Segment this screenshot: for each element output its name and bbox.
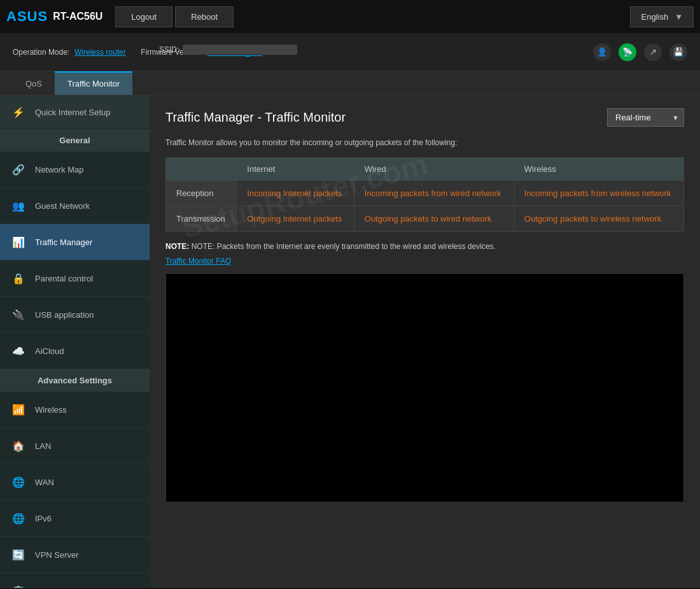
transmission-wired-link[interactable]: Outgoing packets to wired network	[365, 214, 491, 224]
sidebar-item-network-map[interactable]: 🔗 Network Map	[0, 152, 150, 188]
row-label-reception: Reception	[166, 181, 237, 206]
tab-qos[interactable]: QoS	[13, 71, 55, 95]
faq-link[interactable]: Traffic Monitor FAQ	[165, 257, 231, 266]
ipv6-icon: 🌐	[10, 509, 27, 527]
reception-wireless-link[interactable]: Incoming packets from wireless network	[524, 188, 671, 198]
usb-application-label: USB application	[35, 310, 94, 320]
transmission-wireless-link[interactable]: Outgoing packets to wireless network	[524, 214, 661, 224]
cell-reception-wired[interactable]: Incoming packets from wired network	[354, 181, 514, 206]
traffic-manager-icon: 📊	[10, 233, 27, 251]
cell-reception-internet[interactable]: Incoming Internet packets	[237, 181, 354, 206]
sidebar-item-wireless[interactable]: 📶 Wireless	[0, 392, 150, 428]
guest-network-icon: 👥	[10, 197, 27, 215]
sidebar-item-wan[interactable]: 🌐 WAN	[0, 464, 150, 500]
col-header-wireless: Wireless	[514, 158, 683, 181]
cell-transmission-wired[interactable]: Outgoing packets to wired network	[354, 206, 514, 232]
ssid-label: SSID:	[159, 45, 179, 54]
wireless-label: Wireless	[35, 405, 67, 415]
row-label-transmission: Transmission	[166, 206, 237, 232]
wan-icon: 🌐	[10, 473, 27, 491]
aicloud-icon: ☁️	[10, 342, 27, 360]
cell-transmission-internet[interactable]: Outgoing Internet packets	[237, 206, 354, 232]
logo: ASUS RT-AC56U	[6, 8, 102, 25]
sidebar-item-vpn-server[interactable]: 🔄 VPN Server	[0, 537, 150, 573]
transmission-internet-link[interactable]: Outgoing Internet packets	[247, 214, 342, 224]
quick-setup-icon: ⚡	[10, 103, 27, 121]
sidebar-item-usb-application[interactable]: 🔌 USB application	[0, 297, 150, 333]
reception-wired-link[interactable]: Incoming packets from wired network	[365, 188, 501, 198]
col-header-empty	[166, 158, 237, 181]
share-icon[interactable]: ↗	[644, 43, 662, 61]
sidebar-item-guest-network[interactable]: 👥 Guest Network	[0, 188, 150, 224]
lan-icon: 🏠	[10, 437, 27, 455]
quick-setup-label: Quick Internet Setup	[35, 108, 111, 117]
aicloud-label: AiCloud	[35, 346, 64, 356]
general-section-header: General	[0, 129, 150, 152]
logout-button[interactable]: Logout	[115, 6, 172, 27]
table-row-transmission: Transmission Outgoing Internet packets O…	[166, 206, 684, 232]
note-text: NOTE: NOTE: Packets from the Internet ar…	[165, 242, 684, 251]
vpn-icon: 🔄	[10, 546, 27, 564]
tab-traffic-monitor[interactable]: Traffic Monitor	[55, 71, 132, 95]
description-text: Traffic Monitor allows you to monitor th…	[165, 138, 684, 147]
parental-control-icon: 🔒	[10, 269, 27, 287]
traffic-table: Internet Wired Wireless Reception Incomi…	[165, 157, 684, 232]
table-row-reception: Reception Incoming Internet packets Inco…	[166, 181, 684, 206]
traffic-manager-label: Traffic Manager	[35, 238, 92, 247]
guest-network-label: Guest Network	[35, 201, 90, 211]
sidebar-item-quick-setup[interactable]: ⚡ Quick Internet Setup	[0, 96, 150, 129]
firewall-label: Firewall	[35, 586, 64, 588]
wan-label: WAN	[35, 478, 54, 487]
parental-control-label: Parental control	[35, 274, 93, 283]
usb-icon: 🔌	[10, 306, 27, 323]
advanced-section-header: Advanced Settings	[0, 369, 150, 392]
model-name: RT-AC56U	[53, 11, 102, 22]
save-icon[interactable]: 💾	[669, 43, 687, 61]
sidebar-item-parental-control[interactable]: 🔒 Parental control	[0, 260, 150, 297]
firewall-icon: 🛡️	[10, 582, 27, 588]
cell-transmission-wireless[interactable]: Outgoing packets to wireless network	[514, 206, 683, 232]
col-header-internet: Internet	[237, 158, 354, 181]
wireless-icon: 📶	[10, 401, 27, 418]
lan-label: LAN	[35, 441, 51, 451]
network-map-icon: 🔗	[10, 160, 27, 178]
router-icon[interactable]: 📡	[619, 43, 636, 61]
network-map-label: Network Map	[35, 165, 84, 174]
view-select[interactable]: Real-time Last 24 hours Last 7 days	[607, 108, 684, 127]
cell-reception-wireless[interactable]: Incoming packets from wireless network	[514, 181, 683, 206]
sidebar-item-firewall[interactable]: 🛡️ Firewall	[0, 573, 150, 588]
sidebar-item-aicloud[interactable]: ☁️ AiCloud	[0, 333, 150, 369]
operation-mode-value[interactable]: Wireless router	[74, 48, 126, 57]
language-selector[interactable]: English ▼	[630, 6, 694, 27]
reboot-button[interactable]: Reboot	[175, 6, 234, 27]
sidebar-item-ipv6[interactable]: 🌐 IPv6	[0, 500, 150, 537]
page-title: Traffic Manager - Traffic Monitor	[165, 110, 346, 125]
chart-area	[165, 273, 684, 502]
ipv6-label: IPv6	[35, 514, 52, 523]
sidebar-item-traffic-manager[interactable]: 📊 Traffic Manager	[0, 224, 150, 260]
reception-internet-link[interactable]: Incoming Internet packets	[247, 188, 342, 198]
operation-mode-label: Operation Mode:	[13, 48, 69, 57]
chevron-down-icon: ▼	[675, 12, 683, 22]
asus-logo: ASUS	[6, 8, 48, 25]
vpn-server-label: VPN Server	[35, 550, 79, 560]
user-icon[interactable]: 👤	[593, 43, 611, 61]
sidebar-item-lan[interactable]: 🏠 LAN	[0, 428, 150, 464]
col-header-wired: Wired	[354, 158, 514, 181]
